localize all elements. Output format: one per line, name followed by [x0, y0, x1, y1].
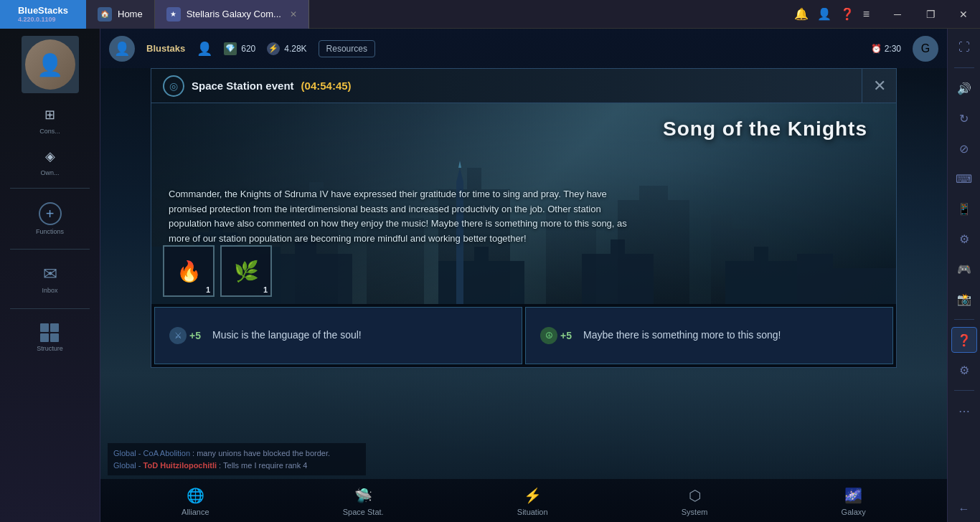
titlebar-actions: 🔔 👤 ❓ ≡ [794, 7, 881, 21]
rs-divider-1 [954, 67, 974, 68]
sidebar-divider-3 [10, 308, 90, 309]
rs-back-button[interactable]: ← [951, 496, 977, 522]
main-area: 👤 ⊞ Cons... ◈ Own... + Functions ✉ Inbox [0, 29, 980, 522]
own-label: Own... [40, 169, 59, 176]
own-icon: ◈ [40, 146, 60, 166]
close-button[interactable]: ✕ [947, 0, 980, 29]
game-viewport: 👤 Blustaks 👤 💎 620 ⚡ 4.28K Resources ⏰ 2… [100, 29, 947, 522]
hud-credits: 💎 620 [224, 42, 255, 55]
modal-timer: (04:54:45) [301, 80, 352, 92]
reward-item-2: 🌿 1 [220, 245, 272, 297]
struct-cell-1 [40, 323, 49, 332]
choice-2-bonus-value: +5 [560, 330, 572, 341]
modal-image-area: Song of the Knights Commander, the Knigh… [151, 103, 896, 304]
game-hud-top: 👤 Blustaks 👤 💎 620 ⚡ 4.28K Resources ⏰ 2… [100, 29, 947, 68]
rs-volume-button[interactable]: 🔊 [951, 75, 977, 101]
rs-expand-button[interactable]: ⛶ [951, 34, 977, 60]
rs-camera-button[interactable]: 📸 [951, 286, 977, 312]
maximize-button[interactable]: ❐ [914, 0, 947, 29]
help-icon[interactable]: ❓ [840, 7, 854, 21]
peace-icon: ☮ [540, 327, 557, 344]
sidebar-item-functions[interactable]: + Functions [29, 197, 72, 240]
rs-slash-button[interactable]: ⊘ [951, 136, 977, 161]
reward-1-icon: 🔥 [176, 260, 202, 283]
hud-avatar[interactable]: 👤 [109, 36, 135, 62]
choice-button-2[interactable]: ☮ +5 Maybe there is something more to th… [525, 307, 893, 364]
window-controls: ─ ❐ ✕ [881, 0, 980, 29]
hud-person-icon: 👤 [197, 41, 212, 57]
rs-settings-button[interactable]: ⚙ [951, 357, 977, 383]
sidebar-item-inbox[interactable]: ✉ Inbox [36, 258, 63, 300]
choice-1-bonus: ⚔ +5 [169, 327, 201, 344]
rs-rotate-button[interactable]: ↻ [951, 105, 977, 131]
titlebar: BlueStacks 4.220.0.1109 🏠 Home ★ Stellar… [0, 0, 980, 29]
app-version: 4.220.0.1109 [18, 16, 68, 23]
struct-cell-3 [40, 333, 49, 342]
energy-icon: ⚡ [267, 42, 280, 55]
avatar: 👤 [22, 36, 79, 93]
sidebar-item-add[interactable]: ⊞ Cons... [29, 102, 72, 138]
reward-item-1: 🔥 1 [163, 245, 215, 297]
rs-keyboard-button[interactable]: ⌨ [951, 166, 977, 191]
reward-2-count: 1 [263, 285, 268, 294]
rs-divider-3 [954, 390, 974, 391]
rs-capture-button[interactable]: ⚙ [951, 226, 977, 252]
sidebar-item-structure[interactable]: Structure [31, 318, 69, 358]
cons-label: Cons... [39, 128, 60, 135]
event-modal: ◎ Space Station event (04:54:45) ✕ [151, 68, 897, 368]
modal-title: Space Station event [192, 80, 294, 92]
struct-cell-4 [50, 333, 59, 342]
choice-2-text: Maybe there is something more to this so… [583, 328, 781, 343]
menu-icon[interactable]: ≡ [863, 8, 870, 21]
choice-1-bonus-value: +5 [189, 330, 201, 341]
functions-icon: + [39, 202, 62, 225]
modal-header-icon: ◎ [163, 75, 184, 97]
rs-help-active-button[interactable]: ❓ [951, 327, 977, 353]
choice-2-bonus: ☮ +5 [540, 327, 572, 344]
hud-right-avatar[interactable]: G [913, 36, 938, 62]
rs-phone-button[interactable]: 📱 [951, 196, 977, 222]
left-sidebar: 👤 ⊞ Cons... ◈ Own... + Functions ✉ Inbox [0, 29, 100, 522]
add-icon: ⊞ [40, 105, 60, 125]
hud-energy: ⚡ 4.28K [267, 42, 306, 55]
hud-timer: ⏰ 2:30 [871, 44, 901, 54]
home-tab-label: Home [118, 9, 143, 19]
game-tab-icon: ★ [166, 7, 181, 22]
bluestacks-logo: BlueStacks 4.220.0.1109 [0, 0, 86, 29]
structure-icon [40, 323, 59, 342]
swords-icon: ⚔ [169, 327, 187, 344]
hud-resources-button[interactable]: Resources [319, 40, 375, 57]
inbox-icon: ✉ [43, 264, 57, 284]
right-sidebar: ⛶ 🔊 ↻ ⊘ ⌨ 📱 ⚙ 🎮 📸 ❓ ⚙ ⋯ ← [947, 29, 980, 522]
rs-gamepad-button[interactable]: 🎮 [951, 256, 977, 282]
sidebar-divider-2 [10, 249, 90, 250]
modal-close-button[interactable]: ✕ [862, 69, 896, 103]
tab-home[interactable]: 🏠 Home [86, 0, 155, 29]
tab-game[interactable]: ★ Stellaris Galaxy Com... ✕ [155, 0, 309, 29]
modal-overlay: ◎ Space Station event (04:54:45) ✕ [100, 68, 947, 522]
tab-close-icon[interactable]: ✕ [290, 9, 297, 19]
choice-area: ⚔ +5 Music is the language of the soul! … [151, 304, 896, 367]
struct-cell-2 [50, 323, 59, 332]
rs-dots-menu[interactable]: ⋯ [951, 398, 977, 424]
hud-username: Blustaks [146, 43, 185, 54]
account-icon[interactable]: 👤 [817, 7, 831, 21]
sidebar-item-own[interactable]: ◈ Own... [29, 143, 72, 179]
reward-2-icon: 🌿 [234, 260, 259, 283]
reward-items: 🔥 1 🌿 1 [163, 245, 272, 297]
rs-divider-2 [954, 319, 974, 320]
choice-1-text: Music is the language of the soul! [212, 328, 362, 343]
event-description-text: Commander, the Knights of Sdruma IV have… [169, 187, 642, 247]
reward-1-count: 1 [206, 285, 210, 294]
game-tab-label: Stellaris Galaxy Com... [187, 9, 281, 19]
avatar-face: 👤 [25, 39, 75, 90]
notification-icon[interactable]: 🔔 [794, 7, 809, 21]
functions-label: Functions [36, 228, 64, 235]
minimize-button[interactable]: ─ [881, 0, 914, 29]
modal-header: ◎ Space Station event (04:54:45) ✕ [151, 69, 896, 103]
home-tab-icon: 🏠 [98, 7, 112, 22]
choice-button-1[interactable]: ⚔ +5 Music is the language of the soul! [154, 307, 522, 364]
inbox-label: Inbox [42, 287, 57, 294]
sidebar-divider-1 [10, 188, 90, 189]
credits-icon: 💎 [224, 42, 237, 55]
